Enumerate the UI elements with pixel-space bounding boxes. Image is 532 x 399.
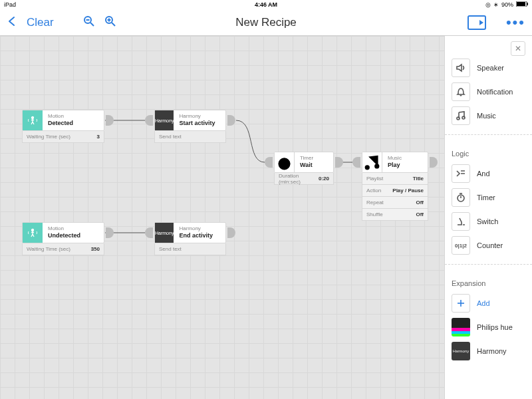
bluetooth-icon: ∗ <box>493 1 499 8</box>
harmony-icon: Harmony <box>155 110 174 130</box>
node-timer-wait[interactable]: TimerWait Duration (min:sec)0:20 <box>274 152 334 185</box>
switch-icon <box>452 212 470 231</box>
svg-point-20 <box>462 116 465 119</box>
svg-line-5 <box>90 23 94 26</box>
counter-icon: 0|1|2 <box>452 236 470 255</box>
motion-icon <box>23 223 43 243</box>
zoom-out-button[interactable] <box>83 15 95 30</box>
svg-point-16 <box>365 165 370 170</box>
and-icon <box>452 164 470 183</box>
palette-sidebar[interactable]: ✕ Speaker Notification Music Logic And T… <box>444 36 532 399</box>
hue-icon <box>452 318 470 336</box>
expansion-heading: Expansion <box>452 279 525 287</box>
palette-music[interactable]: Music <box>452 104 525 128</box>
svg-rect-3 <box>527 3 529 5</box>
svg-point-19 <box>457 117 460 120</box>
location-icon: ◎ <box>485 1 491 8</box>
node-harmony-end[interactable]: Harmony HarmonyEnd activity Send text <box>154 222 226 255</box>
logic-heading: Logic <box>452 150 525 158</box>
palette-notification[interactable]: Notification <box>452 80 525 104</box>
node-motion-undetected[interactable]: MotionUndetected Waiting Time (sec)350 <box>22 222 104 255</box>
connector-out[interactable] <box>106 115 114 126</box>
svg-point-17 <box>374 164 379 168</box>
node-harmony-start[interactable]: Harmony HarmonyStart activity Send text <box>154 110 226 143</box>
svg-line-8 <box>112 23 115 26</box>
palette-switch[interactable]: Switch <box>452 209 525 233</box>
svg-point-18 <box>32 229 34 231</box>
palette-harmony[interactable]: HarmonyHarmony <box>452 339 525 363</box>
svg-rect-2 <box>517 2 525 6</box>
toolbar: Clear New Recipe ••• <box>0 9 532 36</box>
palette-add[interactable]: Add <box>452 291 525 315</box>
panel-toggle-button[interactable] <box>467 15 486 30</box>
connector-out[interactable] <box>430 157 438 168</box>
speaker-icon <box>452 59 470 77</box>
connector-out[interactable] <box>335 157 343 168</box>
battery-pct: 90% <box>501 1 513 8</box>
node-music-play[interactable]: MusicPlay PlaylistTitle ActionPlay / Pau… <box>362 152 428 173</box>
palette-and[interactable]: And <box>452 162 525 186</box>
svg-point-11 <box>32 117 34 119</box>
music-icon <box>362 152 382 172</box>
palette-timer[interactable]: Timer <box>452 186 525 209</box>
svg-line-15 <box>289 156 291 158</box>
music-note-icon <box>452 106 470 125</box>
battery-icon <box>516 1 528 8</box>
back-button[interactable] <box>7 16 17 29</box>
connector-in[interactable] <box>265 157 273 168</box>
connector-in[interactable] <box>352 157 360 168</box>
timer-icon <box>452 188 470 207</box>
connector-in[interactable] <box>145 115 153 126</box>
palette-philips-hue[interactable]: Philips hue <box>452 315 525 339</box>
plus-icon <box>452 294 470 313</box>
device-label: iPad <box>4 1 16 8</box>
palette-speaker[interactable]: Speaker <box>452 56 525 80</box>
zoom-in-button[interactable] <box>104 15 116 30</box>
close-icon[interactable]: ✕ <box>511 41 525 56</box>
palette-counter[interactable]: 0|1|2Counter <box>452 233 525 257</box>
motion-icon <box>23 110 43 130</box>
recipe-canvas[interactable]: MotionDetected Waiting Time (sec)3 Harmo… <box>0 36 444 399</box>
connector-out[interactable] <box>227 227 235 238</box>
clock: 4:46 AM <box>255 1 277 8</box>
connector-out[interactable] <box>106 227 114 238</box>
bell-icon <box>452 82 470 101</box>
timer-icon <box>275 152 295 172</box>
harmony-icon: Harmony <box>155 223 174 243</box>
page-title: New Recipe <box>235 16 297 29</box>
node-motion-detected[interactable]: MotionDetected Waiting Time (sec)3 <box>22 110 104 143</box>
clear-button[interactable]: Clear <box>27 16 54 29</box>
connector-in[interactable] <box>145 227 153 238</box>
status-bar: iPad 4:46 AM ◎ ∗ 90% <box>0 0 532 9</box>
connector-out[interactable] <box>227 115 235 126</box>
harmony-icon: Harmony <box>452 342 470 360</box>
